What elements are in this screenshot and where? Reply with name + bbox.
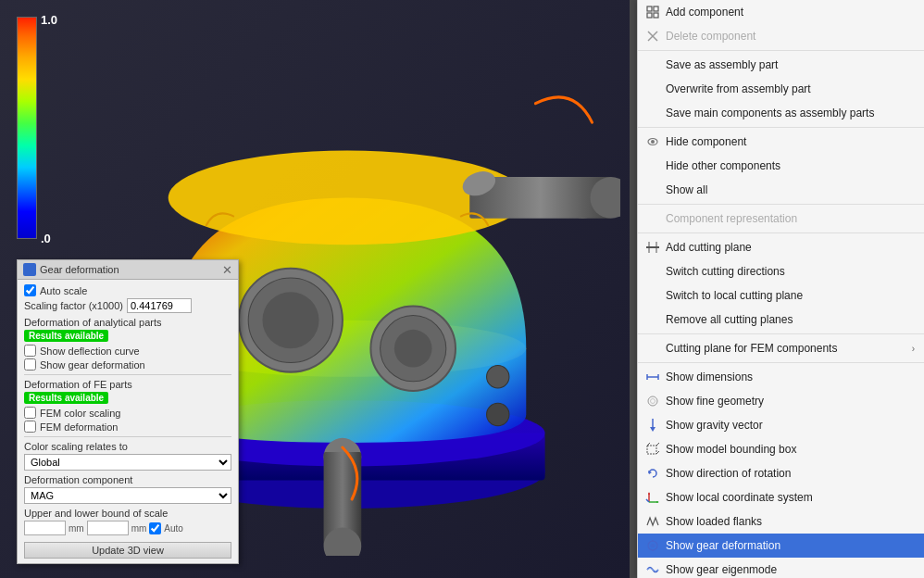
menu-item-show-coordinate[interactable]: Show local coordinate system bbox=[638, 485, 924, 509]
menu-item-save-main-components[interactable]: Save main components as assembly parts bbox=[638, 101, 924, 125]
svg-line-42 bbox=[656, 443, 659, 446]
svg-point-36 bbox=[648, 396, 657, 406]
menu-item-show-gravity[interactable]: Show gravity vector bbox=[638, 413, 924, 437]
menu-item-cutting-fem[interactable]: Cutting plane for FEM components› bbox=[638, 336, 924, 360]
menu-item-add-cutting-plane[interactable]: Add cutting plane bbox=[638, 235, 924, 259]
menu-icon-show-flanks bbox=[645, 514, 660, 529]
svg-point-14 bbox=[394, 330, 432, 368]
menu-icon-add-component bbox=[645, 5, 660, 19]
fem-color-label: FEM color scaling bbox=[40, 408, 120, 419]
menu-item-show-dimensions[interactable]: Show dimensions bbox=[638, 365, 924, 389]
show-gear-deformation-label: Show gear deformation bbox=[40, 359, 145, 371]
menu-item-switch-cutting[interactable]: Switch cutting directions bbox=[638, 259, 924, 283]
menu-label-add-component: Add component bbox=[666, 6, 915, 19]
svg-point-11 bbox=[262, 292, 318, 348]
results-badge-2: Results available bbox=[24, 392, 108, 404]
update-3d-view-button[interactable]: Update 3D view bbox=[24, 542, 231, 559]
3d-viewport[interactable]: 1.0 .0 bbox=[0, 0, 630, 578]
scaling-factor-input[interactable] bbox=[127, 298, 192, 313]
deformation-analytical-label: Deformation of analytical parts bbox=[24, 317, 231, 328]
scale-label-bottom: .0 bbox=[41, 232, 51, 245]
menu-label-switch-local: Switch to local cutting plane bbox=[666, 289, 915, 302]
menu-item-show-rotation[interactable]: Show direction of rotation bbox=[638, 461, 924, 485]
show-deflection-checkbox[interactable] bbox=[24, 345, 36, 357]
menu-icon-remove-cutting bbox=[645, 312, 660, 327]
menu-label-save-main-components: Save main components as assembly parts bbox=[666, 107, 915, 119]
menu-label-show-gear-deformation: Show gear deformation bbox=[666, 539, 915, 552]
menu-item-remove-cutting[interactable]: Remove all cutting planes bbox=[638, 308, 924, 332]
svg-rect-24 bbox=[647, 13, 652, 18]
menu-item-save-as-assembly[interactable]: Save as assembly part bbox=[638, 53, 924, 77]
context-menu: Add componentDelete componentSave as ass… bbox=[637, 0, 924, 578]
menu-icon-show-gear-eigenmode bbox=[645, 562, 660, 577]
svg-rect-40 bbox=[647, 446, 656, 454]
scale-label-top: 1.0 bbox=[41, 13, 57, 27]
menu-icon-cutting-fem bbox=[645, 341, 660, 356]
svg-point-8 bbox=[487, 403, 509, 425]
lower-bound-input[interactable] bbox=[24, 521, 66, 535]
menu-icon-show-gravity bbox=[645, 418, 660, 433]
results-badge-1: Results available bbox=[24, 330, 108, 342]
auto-scale-checkbox[interactable] bbox=[24, 284, 36, 296]
menu-icon-show-coordinate bbox=[645, 490, 660, 505]
panel-close-button[interactable]: ✕ bbox=[222, 264, 232, 276]
auto-scale-label: Auto scale bbox=[40, 285, 87, 296]
menu-separator-2 bbox=[638, 50, 924, 51]
menu-separator-19 bbox=[638, 362, 924, 363]
scaling-factor-label: Scaling factor (x1000) bbox=[24, 300, 123, 311]
svg-rect-22 bbox=[647, 6, 652, 11]
panel-header[interactable]: Gear deformation ✕ bbox=[18, 260, 238, 280]
mm-label-1: mm bbox=[69, 523, 84, 534]
panel-title: Gear deformation bbox=[40, 264, 119, 275]
color-scaling-select[interactable]: Global bbox=[24, 454, 231, 471]
deformation-fe-label: Deformation of FE parts bbox=[24, 379, 231, 390]
menu-item-switch-local[interactable]: Switch to local cutting plane bbox=[638, 283, 924, 308]
menu-label-save-as-assembly: Save as assembly part bbox=[666, 58, 915, 71]
svg-rect-30 bbox=[646, 246, 659, 248]
auto-bound-checkbox[interactable] bbox=[149, 522, 161, 534]
svg-marker-39 bbox=[650, 427, 656, 432]
menu-label-show-gravity: Show gravity vector bbox=[666, 419, 915, 432]
menu-label-show-fine-geometry: Show fine geometry bbox=[666, 395, 915, 408]
menu-icon-hide-other bbox=[645, 158, 660, 173]
menu-item-show-all[interactable]: Show all bbox=[638, 178, 924, 202]
fem-deformation-label: FEM deformation bbox=[40, 421, 118, 433]
menu-label-cutting-fem: Cutting plane for FEM components bbox=[666, 342, 906, 355]
upper-bound-input[interactable] bbox=[87, 521, 129, 535]
menu-label-show-all: Show all bbox=[666, 183, 915, 196]
menu-separator-6 bbox=[638, 127, 924, 128]
menu-icon-show-fine-geometry bbox=[645, 394, 660, 408]
menu-separator-17 bbox=[638, 333, 924, 334]
menu-label-show-bounding: Show model bounding box bbox=[666, 443, 915, 456]
menu-icon-component-representation bbox=[645, 211, 660, 226]
svg-rect-23 bbox=[654, 6, 658, 11]
menu-item-hide-component[interactable]: Hide component bbox=[638, 130, 924, 154]
menu-item-show-bounding[interactable]: Show model bounding box bbox=[638, 437, 924, 461]
menu-label-show-rotation: Show direction of rotation bbox=[666, 467, 915, 480]
menu-item-show-flanks[interactable]: Show loaded flanks bbox=[638, 509, 924, 534]
upper-lower-bound-label: Upper and lower bound of scale bbox=[24, 508, 231, 519]
menu-label-delete-component: Delete component bbox=[666, 30, 915, 43]
menu-icon-show-dimensions bbox=[645, 370, 660, 384]
menu-label-hide-component: Hide component bbox=[666, 135, 915, 148]
menu-item-show-gear-eigenmode[interactable]: Show gear eigenmode bbox=[638, 558, 924, 578]
menu-item-show-fine-geometry[interactable]: Show fine geometry bbox=[638, 389, 924, 413]
fem-deformation-checkbox[interactable] bbox=[24, 421, 36, 433]
menu-icon-hide-component bbox=[645, 134, 660, 149]
menu-item-hide-other[interactable]: Hide other components bbox=[638, 154, 924, 178]
svg-point-29 bbox=[651, 140, 655, 144]
fem-color-checkbox[interactable] bbox=[24, 407, 36, 419]
menu-label-overwrite-assembly: Overwrite from assembly part bbox=[666, 82, 915, 95]
menu-label-show-flanks: Show loaded flanks bbox=[666, 515, 915, 528]
menu-item-overwrite-assembly[interactable]: Overwrite from assembly part bbox=[638, 77, 924, 101]
menu-icon-show-bounding bbox=[645, 442, 660, 457]
show-gear-deformation-checkbox[interactable] bbox=[24, 358, 36, 371]
menu-icon-show-gear-deformation bbox=[645, 538, 660, 553]
menu-item-add-component[interactable]: Add component bbox=[638, 0, 924, 24]
menu-arrow-cutting-fem: › bbox=[912, 344, 915, 354]
menu-icon-show-all bbox=[645, 182, 660, 197]
menu-item-show-gear-deformation[interactable]: Show gear deformation bbox=[638, 534, 924, 558]
menu-icon-add-cutting-plane bbox=[645, 240, 660, 255]
menu-label-show-gear-eigenmode: Show gear eigenmode bbox=[666, 563, 915, 576]
deformation-component-select[interactable]: MAG bbox=[24, 487, 231, 504]
